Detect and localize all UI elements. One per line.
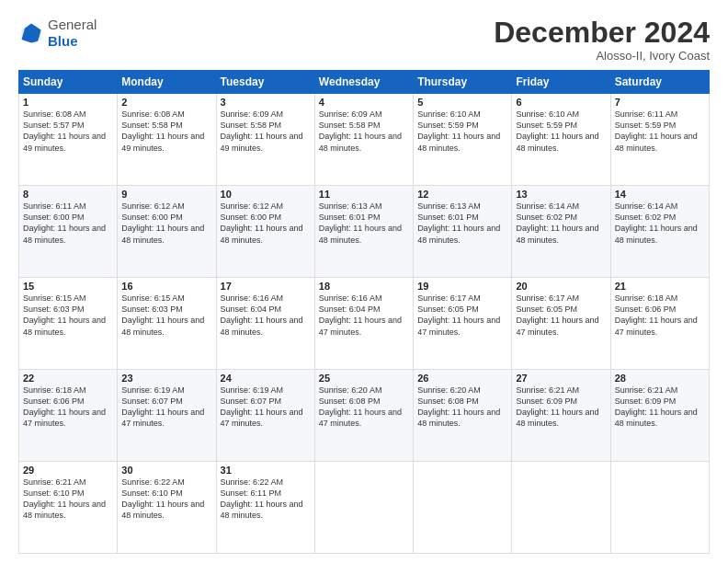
day-number: 30 <box>121 465 211 476</box>
page: General Blue December 2024 Alosso-II, Iv… <box>0 0 728 563</box>
calendar-week-row: 29Sunrise: 6:21 AMSunset: 6:10 PMDayligh… <box>19 462 710 554</box>
day-number: 22 <box>23 373 113 384</box>
day-of-week-header: Wednesday <box>314 71 413 94</box>
calendar-header-row: SundayMondayTuesdayWednesdayThursdayFrid… <box>19 71 710 94</box>
cell-details: Sunrise: 6:16 AMSunset: 6:04 PMDaylight:… <box>319 293 409 338</box>
cell-details: Sunrise: 6:15 AMSunset: 6:03 PMDaylight:… <box>121 293 211 338</box>
day-number: 28 <box>615 373 705 384</box>
logo: General Blue <box>18 17 97 50</box>
cell-details: Sunrise: 6:12 AMSunset: 6:00 PMDaylight:… <box>121 201 211 246</box>
calendar-cell: 31Sunrise: 6:22 AMSunset: 6:11 PMDayligh… <box>216 462 314 554</box>
day-number: 10 <box>221 189 311 200</box>
calendar-cell: 22Sunrise: 6:18 AMSunset: 6:06 PMDayligh… <box>19 370 118 462</box>
day-number: 21 <box>615 281 705 292</box>
calendar-cell: 16Sunrise: 6:15 AMSunset: 6:03 PMDayligh… <box>118 278 216 370</box>
calendar-week-row: 22Sunrise: 6:18 AMSunset: 6:06 PMDayligh… <box>19 370 710 462</box>
day-number: 5 <box>417 97 507 108</box>
logo-blue: Blue <box>48 33 78 49</box>
cell-details: Sunrise: 6:12 AMSunset: 6:00 PMDaylight:… <box>221 201 311 246</box>
day-number: 20 <box>516 281 606 292</box>
day-number: 6 <box>516 97 606 108</box>
calendar-cell: 4Sunrise: 6:09 AMSunset: 5:58 PMDaylight… <box>314 94 413 186</box>
cell-details: Sunrise: 6:16 AMSunset: 6:04 PMDaylight:… <box>221 293 311 338</box>
day-number: 24 <box>221 373 311 384</box>
cell-details: Sunrise: 6:17 AMSunset: 6:05 PMDaylight:… <box>417 293 507 338</box>
cell-details: Sunrise: 6:10 AMSunset: 5:59 PMDaylight:… <box>516 109 606 154</box>
calendar-cell: 9Sunrise: 6:12 AMSunset: 6:00 PMDaylight… <box>118 186 216 278</box>
title-block: December 2024 Alosso-II, Ivory Coast <box>494 17 710 63</box>
logo-text: General Blue <box>48 17 97 50</box>
day-number: 2 <box>121 97 211 108</box>
cell-details: Sunrise: 6:19 AMSunset: 6:07 PMDaylight:… <box>121 385 211 430</box>
day-number: 1 <box>23 97 113 108</box>
day-number: 31 <box>221 465 311 476</box>
calendar-cell: 7Sunrise: 6:11 AMSunset: 5:59 PMDaylight… <box>610 94 709 186</box>
cell-details: Sunrise: 6:19 AMSunset: 6:07 PMDaylight:… <box>221 385 311 430</box>
cell-details: Sunrise: 6:14 AMSunset: 6:02 PMDaylight:… <box>615 201 705 246</box>
cell-details: Sunrise: 6:21 AMSunset: 6:10 PMDaylight:… <box>23 477 113 522</box>
cell-details: Sunrise: 6:18 AMSunset: 6:06 PMDaylight:… <box>23 385 113 430</box>
calendar-cell: 27Sunrise: 6:21 AMSunset: 6:09 PMDayligh… <box>512 370 610 462</box>
day-number: 18 <box>319 281 409 292</box>
calendar-cell: 1Sunrise: 6:08 AMSunset: 5:57 PMDaylight… <box>19 94 118 186</box>
calendar-week-row: 1Sunrise: 6:08 AMSunset: 5:57 PMDaylight… <box>19 94 710 186</box>
calendar-table: SundayMondayTuesdayWednesdayThursdayFrid… <box>18 70 710 554</box>
day-number: 17 <box>221 281 311 292</box>
logo-icon <box>18 20 44 46</box>
calendar-cell: 2Sunrise: 6:08 AMSunset: 5:58 PMDaylight… <box>118 94 216 186</box>
cell-details: Sunrise: 6:17 AMSunset: 6:05 PMDaylight:… <box>516 293 606 338</box>
calendar-cell: 21Sunrise: 6:18 AMSunset: 6:06 PMDayligh… <box>610 278 709 370</box>
calendar-cell: 5Sunrise: 6:10 AMSunset: 5:59 PMDaylight… <box>414 94 512 186</box>
cell-details: Sunrise: 6:08 AMSunset: 5:57 PMDaylight:… <box>23 109 113 154</box>
calendar-cell <box>314 462 413 554</box>
day-of-week-header: Tuesday <box>216 71 314 94</box>
calendar-cell: 24Sunrise: 6:19 AMSunset: 6:07 PMDayligh… <box>216 370 314 462</box>
cell-details: Sunrise: 6:11 AMSunset: 6:00 PMDaylight:… <box>23 201 113 246</box>
logo-general: General <box>48 17 97 32</box>
calendar-cell: 15Sunrise: 6:15 AMSunset: 6:03 PMDayligh… <box>19 278 118 370</box>
cell-details: Sunrise: 6:14 AMSunset: 6:02 PMDaylight:… <box>516 201 606 246</box>
day-of-week-header: Thursday <box>414 71 512 94</box>
cell-details: Sunrise: 6:18 AMSunset: 6:06 PMDaylight:… <box>615 293 705 338</box>
cell-details: Sunrise: 6:15 AMSunset: 6:03 PMDaylight:… <box>23 293 113 338</box>
calendar-cell: 13Sunrise: 6:14 AMSunset: 6:02 PMDayligh… <box>512 186 610 278</box>
cell-details: Sunrise: 6:20 AMSunset: 6:08 PMDaylight:… <box>417 385 507 430</box>
day-number: 3 <box>221 97 311 108</box>
cell-details: Sunrise: 6:21 AMSunset: 6:09 PMDaylight:… <box>516 385 606 430</box>
calendar-cell <box>414 462 512 554</box>
day-number: 7 <box>615 97 705 108</box>
cell-details: Sunrise: 6:09 AMSunset: 5:58 PMDaylight:… <box>221 109 311 154</box>
calendar-cell: 25Sunrise: 6:20 AMSunset: 6:08 PMDayligh… <box>314 370 413 462</box>
day-of-week-header: Sunday <box>19 71 118 94</box>
calendar-cell: 12Sunrise: 6:13 AMSunset: 6:01 PMDayligh… <box>414 186 512 278</box>
day-number: 12 <box>417 189 507 200</box>
day-number: 13 <box>516 189 606 200</box>
day-number: 14 <box>615 189 705 200</box>
calendar-cell <box>512 462 610 554</box>
calendar-cell: 26Sunrise: 6:20 AMSunset: 6:08 PMDayligh… <box>414 370 512 462</box>
cell-details: Sunrise: 6:21 AMSunset: 6:09 PMDaylight:… <box>615 385 705 430</box>
calendar-cell: 23Sunrise: 6:19 AMSunset: 6:07 PMDayligh… <box>118 370 216 462</box>
header: General Blue December 2024 Alosso-II, Iv… <box>18 17 710 63</box>
day-number: 23 <box>121 373 211 384</box>
day-number: 8 <box>23 189 113 200</box>
day-number: 4 <box>319 97 409 108</box>
calendar-week-row: 15Sunrise: 6:15 AMSunset: 6:03 PMDayligh… <box>19 278 710 370</box>
cell-details: Sunrise: 6:10 AMSunset: 5:59 PMDaylight:… <box>417 109 507 154</box>
day-number: 27 <box>516 373 606 384</box>
day-of-week-header: Saturday <box>610 71 709 94</box>
svg-marker-2 <box>22 24 41 43</box>
calendar-cell: 30Sunrise: 6:22 AMSunset: 6:10 PMDayligh… <box>118 462 216 554</box>
day-number: 19 <box>417 281 507 292</box>
calendar-cell: 17Sunrise: 6:16 AMSunset: 6:04 PMDayligh… <box>216 278 314 370</box>
calendar-cell: 18Sunrise: 6:16 AMSunset: 6:04 PMDayligh… <box>314 278 413 370</box>
cell-details: Sunrise: 6:13 AMSunset: 6:01 PMDaylight:… <box>417 201 507 246</box>
day-number: 26 <box>417 373 507 384</box>
cell-details: Sunrise: 6:08 AMSunset: 5:58 PMDaylight:… <box>121 109 211 154</box>
calendar-cell <box>610 462 709 554</box>
calendar-cell: 10Sunrise: 6:12 AMSunset: 6:00 PMDayligh… <box>216 186 314 278</box>
calendar-cell: 20Sunrise: 6:17 AMSunset: 6:05 PMDayligh… <box>512 278 610 370</box>
day-number: 29 <box>23 465 113 476</box>
cell-details: Sunrise: 6:11 AMSunset: 5:59 PMDaylight:… <box>615 109 705 154</box>
day-number: 25 <box>319 373 409 384</box>
